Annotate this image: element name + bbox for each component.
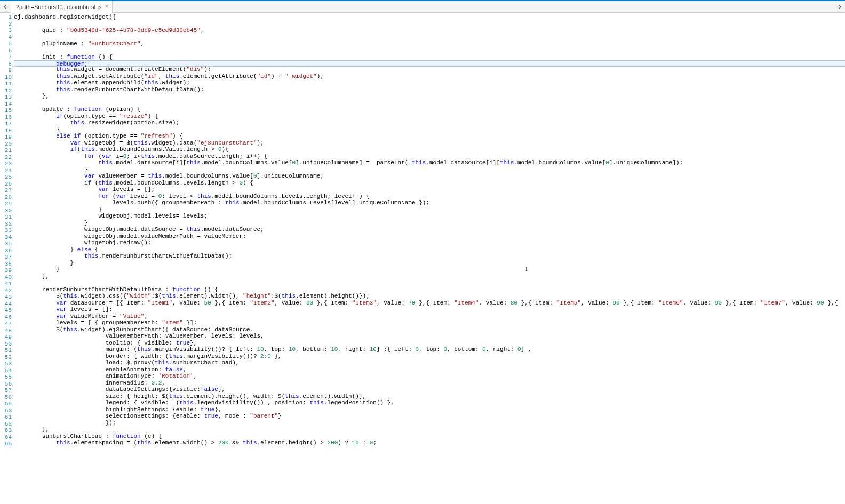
code-line[interactable]: var valueMember = this.model.boundColumn…: [14, 173, 845, 180]
line-number: 41: [0, 281, 12, 287]
code-line[interactable]: levels.push({ groupMemberPath : this.mod…: [14, 199, 845, 206]
code-line[interactable]: if (this.model.boundColumns.Levels.lengt…: [14, 180, 845, 187]
code-line[interactable]: widgetObj.model.levels= levels;: [14, 213, 845, 220]
code-line[interactable]: update : function (option) {: [14, 106, 845, 113]
line-number: 21: [0, 147, 12, 154]
code-line[interactable]: }: [14, 266, 845, 273]
code-line[interactable]: animationType: 'Rotation',: [14, 373, 845, 380]
chevron-right-icon: [837, 4, 842, 10]
line-number: 55: [0, 374, 12, 381]
line-number: 26: [0, 181, 12, 188]
code-line[interactable]: [14, 47, 845, 54]
code-line[interactable]: }: [14, 166, 845, 173]
code-line[interactable]: guid : "b0d5348d-f625-4b78-8db9-c5ed9d38…: [14, 27, 845, 34]
code-line[interactable]: highlightSettings: {eable: true},: [14, 406, 845, 413]
line-number: 46: [0, 314, 12, 321]
code-line[interactable]: this.widget.setAttribute("id", this.elem…: [14, 73, 845, 80]
line-number: 43: [0, 294, 12, 301]
code-line[interactable]: pluginName : "SunburstChart",: [14, 41, 845, 47]
code-line[interactable]: var widgetObj = $(this.widget).data("ejS…: [14, 140, 845, 147]
code-line[interactable]: $(this.widget).ejSunburstChart({ dataSou…: [14, 326, 845, 333]
line-number: 35: [0, 241, 12, 247]
code-line[interactable]: var dataSource = [{ Item: "Item1", Value…: [14, 300, 845, 307]
line-number: 25: [0, 174, 12, 181]
code-line[interactable]: [14, 100, 845, 107]
line-number: 40: [0, 274, 12, 281]
code-line[interactable]: tooltip: { visible: true},: [14, 340, 845, 347]
code-line[interactable]: widgetObj.model.valueMemberPath = valueM…: [14, 233, 845, 240]
code-line[interactable]: load: $.proxy(this.sunburstChartLoad),: [14, 359, 845, 366]
line-number: 11: [0, 81, 12, 87]
tab-close-button[interactable]: ×: [105, 4, 109, 10]
code-line[interactable]: this.renderSunburstChartWithDefaultData(…: [14, 253, 845, 260]
code-editor[interactable]: 1234567891011121314151617181920212223242…: [0, 13, 845, 504]
code-line[interactable]: enableAnimation: false,: [14, 366, 845, 373]
code-line[interactable]: this.element.appendChild(this.widget);: [14, 79, 845, 86]
code-line[interactable]: this.renderSunburstChartWithDefaultData(…: [14, 86, 845, 93]
code-line[interactable]: }: [14, 206, 845, 213]
line-number: 61: [0, 414, 12, 421]
line-number: 49: [0, 334, 12, 341]
editor-tab-bar: ?path=SunburstC...rc/sunburst.js ×: [0, 1, 845, 13]
code-line[interactable]: widgetObj.model.dataSource = this.model.…: [14, 226, 845, 233]
code-line[interactable]: dataLabelSettings:{visible:false},: [14, 386, 845, 393]
code-line[interactable]: ej.dashboard.registerWidget({: [14, 14, 845, 21]
code-area[interactable]: ej.dashboard.registerWidget({ guid : "b0…: [14, 13, 845, 504]
code-line[interactable]: renderSunburstChartWithDefaultData : fun…: [14, 286, 845, 293]
code-line[interactable]: $(this.widget).css({"width":$(this.eleme…: [14, 293, 845, 300]
code-line[interactable]: valueMemberPath: valueMember, levels: le…: [14, 333, 845, 340]
code-line[interactable]: },: [14, 426, 845, 433]
line-number: 45: [0, 307, 12, 314]
code-line[interactable]: size: { height: $(this.element).height()…: [14, 393, 845, 400]
code-line[interactable]: selectionSettings: {enable: true, mode :…: [14, 413, 845, 420]
code-line[interactable]: for (var i=0; i<this.model.dataSource.le…: [14, 153, 845, 160]
code-line[interactable]: for (var level = 0; level < this.model.b…: [14, 193, 845, 200]
code-line[interactable]: this.widget = document.createElement("di…: [14, 66, 845, 73]
line-number: 64: [0, 434, 12, 441]
line-number: 14: [0, 101, 12, 108]
editor-tab-active[interactable]: ?path=SunburstC...rc/sunburst.js ×: [11, 1, 113, 13]
code-line[interactable]: });: [14, 420, 845, 427]
code-line[interactable]: }: [14, 260, 845, 267]
code-line[interactable]: legend: { visible: (this.legendVisibilit…: [14, 399, 845, 406]
line-number: 44: [0, 301, 12, 308]
line-number: 15: [0, 107, 12, 114]
code-line[interactable]: margin: (this.marginVisibility())? { lef…: [14, 346, 845, 353]
code-line[interactable]: widgetObj.redraw();: [14, 239, 845, 246]
tab-nav-next-button[interactable]: [834, 2, 845, 12]
line-number: 42: [0, 287, 12, 294]
code-line[interactable]: var levels = [];: [14, 186, 845, 193]
code-line[interactable]: var levels = [];: [14, 306, 845, 313]
code-line[interactable]: [14, 21, 845, 28]
code-line[interactable]: else if (option.type == "refresh") {: [14, 133, 845, 140]
code-line[interactable]: this.resizeWidget(option.size);: [14, 119, 845, 126]
line-number: 10: [0, 74, 12, 81]
code-line[interactable]: [14, 34, 845, 41]
code-line[interactable]: this.model.dataSource[i][this.model.boun…: [14, 159, 845, 166]
line-number: 23: [0, 161, 12, 167]
line-number: 31: [0, 214, 12, 221]
line-number: 7: [0, 54, 12, 61]
line-number: 58: [0, 394, 12, 401]
line-number: 32: [0, 221, 12, 228]
code-line[interactable]: levels = [ { groupMemberPath: "Item" }];: [14, 319, 845, 326]
code-line[interactable]: },: [14, 273, 845, 280]
line-number: 50: [0, 341, 12, 348]
code-line[interactable]: [14, 279, 845, 286]
line-number: 34: [0, 234, 12, 241]
code-line[interactable]: this.elementSpacing = (this.element.widt…: [14, 439, 845, 446]
code-line[interactable]: border: { width: (this.marginVisibility(…: [14, 353, 845, 360]
code-line[interactable]: if(this.model.boundColumns.Value.length …: [14, 146, 845, 153]
code-line[interactable]: }: [14, 220, 845, 227]
code-line[interactable]: innerRadius: 0.2,: [14, 380, 845, 387]
code-line[interactable]: },: [14, 93, 845, 100]
line-number: 8: [0, 61, 12, 68]
code-line[interactable]: if(option.type == "resize") {: [14, 113, 845, 120]
line-number: 65: [0, 441, 12, 447]
tab-nav-prev-button[interactable]: [0, 2, 11, 12]
code-line[interactable]: sunburstChartLoad : function (e) {: [14, 433, 845, 440]
code-line[interactable]: var valueMember = "Value";: [14, 313, 845, 320]
code-line[interactable]: } else {: [14, 246, 845, 253]
line-number: 56: [0, 381, 12, 388]
code-line[interactable]: }: [14, 126, 845, 133]
